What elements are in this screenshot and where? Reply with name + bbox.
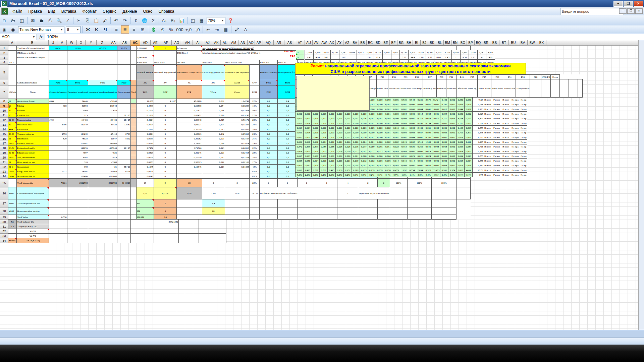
grid-cell[interactable]: 0,004 <box>344 163 352 168</box>
grid-cell[interactable]: 0,001 <box>328 149 336 154</box>
grid-cell[interactable]: 9 <box>0 104 8 108</box>
grid-cell[interactable]: 22% <box>250 179 260 187</box>
grid-cell[interactable]: По пр <box>520 173 527 177</box>
grid-cell[interactable]: 0,231 <box>440 102 448 107</box>
grid-cell[interactable] <box>250 65 260 80</box>
grid-cell[interactable]: 0,270 <box>296 144 304 149</box>
grid-cell[interactable] <box>88 127 117 132</box>
grid-cell[interactable]: Расчет <box>493 159 502 163</box>
formula-input[interactable]: 100% <box>45 34 644 40</box>
grid-cell[interactable]: 0,000 <box>448 159 457 163</box>
grid-cell[interactable]: 0,0 <box>278 122 297 127</box>
grid-cell[interactable] <box>178 220 199 224</box>
grid-cell[interactable]: 0,005 <box>320 163 328 168</box>
grid-cell[interactable]: 0,001 <box>384 102 392 107</box>
grid-cell[interactable]: 51-52 <box>8 141 17 146</box>
format-icon-0[interactable]: Ж <box>84 25 92 34</box>
grid-cell[interactable]: По про <box>511 126 520 130</box>
grid-cell[interactable]: Arts, entertainmen <box>17 155 49 160</box>
grid-cell[interactable]: 9,79 <box>177 187 202 199</box>
grid-cell[interactable]: Gross operating surplus <box>17 207 49 215</box>
grid-cell[interactable]: 0,355 <box>304 144 312 149</box>
grid-cell[interactable]: 14 <box>0 127 8 132</box>
grid-cell[interactable]: млрд.дол <box>260 60 278 65</box>
grid-cell[interactable]: 1,06021 <box>177 122 202 127</box>
grid-cell[interactable]: Used <box>8 169 17 174</box>
grid-cell[interactable]: По про <box>511 130 520 135</box>
grid-cell[interactable]: 0,021 <box>368 149 376 154</box>
grid-cell[interactable]: 0,01388 <box>225 165 250 169</box>
grid-cell[interactable]: P53 <box>516 75 530 79</box>
grid-cell[interactable]: 0,311 <box>473 135 484 140</box>
grid-cell[interactable]: Расчет <box>493 98 502 102</box>
grid-cell[interactable]: Оплата труда персона <box>202 65 225 80</box>
format-icon-11[interactable]: +,0 <box>184 25 193 34</box>
grid-cell[interactable] <box>177 55 202 60</box>
grid-cell[interactable]: Расчет <box>493 116 502 121</box>
grid-cell[interactable] <box>278 207 297 215</box>
grid-cell[interactable]: 0,001 <box>368 135 376 140</box>
grid-cell[interactable]: 3E+06 <box>117 165 131 169</box>
grid-cell[interactable]: 0,516 <box>417 50 426 55</box>
grid-cell[interactable]: 0,002 <box>376 163 384 168</box>
grid-cell[interactable]: 113 <box>67 113 88 118</box>
grid-cell[interactable]: 0,001 <box>304 112 312 116</box>
grid-cell[interactable]: 0,1579 <box>137 108 154 113</box>
grid-cell[interactable]: 1,96 <box>417 55 426 60</box>
grid-cell[interactable]: 0,021 <box>202 150 225 155</box>
grid-cell[interactable]: 0,003 <box>408 126 416 130</box>
grid-cell[interactable]: 1,4 <box>278 99 297 104</box>
grid-cell[interactable]: Bureau of Economic Analysis <box>17 55 49 60</box>
grid-cell[interactable]: 0,0 <box>278 165 297 169</box>
grid-cell[interactable]: 1 <box>278 179 297 187</box>
grid-cell[interactable]: 1 <box>0 46 8 51</box>
column-header-AA[interactable]: AA <box>108 40 119 46</box>
grid-cell[interactable]: 0,013 <box>296 126 304 130</box>
grid-cell[interactable]: 47,0908 <box>177 99 202 104</box>
grid-cell[interactable] <box>88 60 117 65</box>
grid-cell[interactable]: 0,000 <box>328 112 336 116</box>
column-header-X[interactable]: X <box>77 40 86 46</box>
grid-cell[interactable]: 0,000 <box>376 126 384 130</box>
grid-cell[interactable]: 22% <box>250 113 260 118</box>
grid-cell[interactable]: 0,001 <box>352 116 360 121</box>
grid-cell[interactable]: 0,000 <box>328 126 336 130</box>
grid-cell[interactable]: 0,1645 <box>137 165 154 169</box>
grid-cell[interactable]: 0,152 <box>357 50 365 55</box>
grid-cell[interactable]: 0,02104 <box>225 155 250 160</box>
grid-cell[interactable]: 0,059 <box>376 168 384 173</box>
grid-cell[interactable] <box>378 215 390 220</box>
column-header-BA[interactable]: BA <box>351 40 359 46</box>
grid-cell[interactable]: 0,223 <box>202 146 225 150</box>
grid-cell[interactable]: 318 <box>67 160 88 165</box>
grid-cell[interactable]: 0,000 <box>432 107 440 112</box>
grid-cell[interactable]: 0,0147 <box>137 174 154 179</box>
grid-cell[interactable]: 0,000 <box>376 140 384 144</box>
grid-cell[interactable] <box>260 215 278 220</box>
grid-cell[interactable]: 0,000 <box>352 126 360 130</box>
grid-cell[interactable]: X2-X1 <box>17 229 49 234</box>
grid-cell[interactable] <box>67 234 88 238</box>
grid-cell[interactable]: 0,216 <box>374 50 383 55</box>
grid-cell[interactable]: TCO <box>137 85 154 99</box>
grid-cell[interactable] <box>357 55 365 60</box>
grid-cell[interactable]: В иссл <box>484 168 493 173</box>
grid-cell[interactable]: 0,068 <box>465 135 473 140</box>
grid-cell[interactable]: 11 <box>0 113 8 118</box>
grid-cell[interactable]: 0,000 <box>376 135 384 140</box>
grid-cell[interactable]: Exports of goods and <box>67 85 88 99</box>
grid-cell[interactable]: 0,014 <box>416 112 424 116</box>
grid-cell[interactable]: 0,029 <box>457 135 465 140</box>
column-header-BI[interactable]: BI <box>413 40 421 46</box>
grid-cell[interactable] <box>177 199 202 207</box>
grid-cell[interactable] <box>49 150 67 155</box>
grid-cell[interactable] <box>117 55 131 60</box>
grid-cell[interactable]: 0,026 <box>202 113 225 118</box>
grid-cell[interactable]: 0,002 <box>392 135 400 140</box>
grid-cell[interactable]: 3,0% <box>296 173 304 177</box>
grid-cell[interactable]: 0,001 <box>368 121 376 126</box>
grid-cell[interactable]: 0,024 <box>465 159 473 163</box>
grid-cell[interactable] <box>67 60 88 65</box>
grid-cell[interactable] <box>199 234 216 238</box>
grid-cell[interactable] <box>130 238 154 243</box>
